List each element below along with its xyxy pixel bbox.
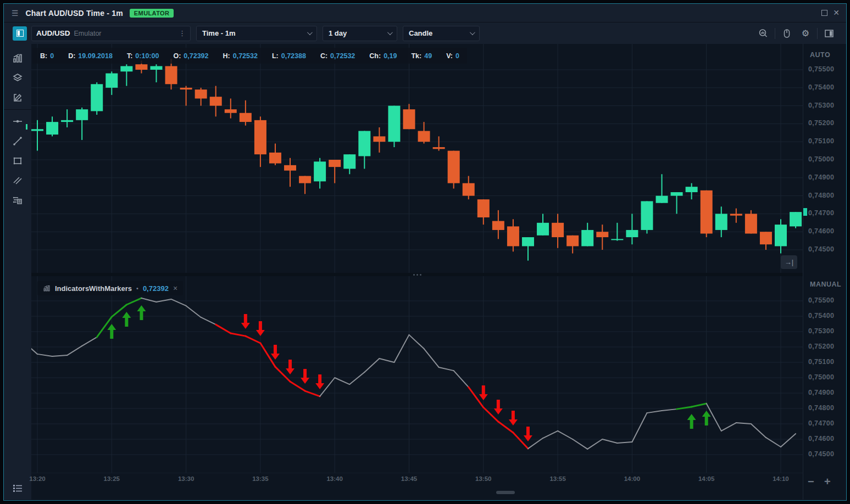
candle-body — [537, 223, 549, 236]
range-dropdown-label: 1 day — [329, 29, 347, 37]
indicator-line-segment — [335, 378, 349, 384]
indicator-line-segment — [498, 422, 513, 433]
chart-search-icon[interactable] — [756, 26, 770, 41]
symbol-selector[interactable]: AUD/USD Emulator ⋮ — [31, 26, 191, 41]
time-tick-label: 14:05 — [695, 475, 719, 482]
upper-axis-mode[interactable]: AUTO — [810, 51, 830, 59]
indicator-line-segment — [201, 317, 216, 324]
draw-edit-icon[interactable] — [4, 88, 31, 108]
settings-gear-icon[interactable]: ⚙ — [798, 26, 813, 41]
toolbar-separator — [817, 28, 818, 39]
candle-body — [566, 236, 579, 247]
indicator-line-segment — [320, 378, 335, 396]
ohlc-info-item: H:0,72532 — [223, 52, 258, 60]
zoom-out-button[interactable]: − — [808, 475, 814, 488]
app-screen: ☰ Chart AUD/USD Time - 1m EMULATOR ✕ AUD… — [0, 0, 850, 504]
maximize-icon[interactable] — [821, 10, 827, 16]
ohlc-info-item: L:0,72388 — [272, 52, 306, 60]
kebab-icon[interactable]: ⋮ — [179, 29, 186, 37]
time-tick-label: 14:10 — [769, 475, 793, 482]
indicators-icon[interactable] — [4, 48, 31, 68]
candle-body — [581, 230, 593, 247]
lower-axis-mode[interactable]: MANUAL — [810, 281, 841, 288]
candle-body — [448, 151, 460, 183]
buy-marker-arrow-icon — [687, 414, 696, 429]
time-tick-label: 14:00 — [620, 475, 644, 482]
candle-body — [656, 196, 668, 203]
price-tick-label: 0,75500 — [808, 65, 834, 73]
menu-icon[interactable]: ☰ — [12, 9, 19, 18]
candle-body — [343, 154, 355, 169]
candle-body — [225, 109, 237, 113]
close-icon[interactable]: ✕ — [833, 10, 840, 16]
price-tick-label: 0,75500 — [808, 296, 834, 304]
candle-body — [403, 109, 415, 129]
indicator-line-segment — [31, 341, 37, 354]
candle-body — [641, 201, 653, 229]
indicator-line-segment — [781, 434, 796, 447]
candle-body — [105, 74, 118, 88]
sell-marker-arrow-icon — [286, 360, 295, 374]
indicator-close-icon[interactable]: × — [173, 284, 177, 293]
price-tick-label: 0,74700 — [808, 209, 834, 217]
ohlc-info-item: O:0,72392 — [173, 52, 208, 60]
indicator-header: IndicatorsWithMarkers • 0,72392 × — [37, 281, 183, 295]
object-list-icon[interactable] — [4, 480, 31, 496]
layers-icon[interactable] — [4, 68, 31, 88]
zoom-in-button[interactable]: + — [824, 475, 831, 488]
candle-body — [299, 176, 311, 183]
ohlc-info-item: C:0,72532 — [320, 52, 355, 60]
rectangle-tool-icon[interactable] — [4, 151, 31, 171]
price-tick-label: 0,74700 — [808, 419, 834, 427]
indicator-line-segment — [290, 382, 305, 391]
go-to-end-button[interactable]: →| — [781, 255, 797, 269]
time-tick-label: 13:25 — [99, 475, 124, 482]
indicator-line-segment — [126, 298, 141, 305]
active-panel-button[interactable] — [13, 26, 27, 41]
panel-layout-icon[interactable] — [822, 26, 836, 41]
candle-body — [61, 120, 73, 122]
price-tick-label: 0,75200 — [808, 119, 834, 127]
channel-tool-icon[interactable] — [4, 171, 31, 191]
symbol-feed: Emulator — [74, 30, 102, 37]
indicator-line-segment — [528, 438, 543, 449]
indicator-line-segment — [439, 367, 454, 371]
candle-body — [418, 131, 430, 142]
candle-body — [373, 136, 385, 142]
emulator-badge: EMULATOR — [130, 9, 174, 18]
price-tick-label: 0,75200 — [808, 343, 834, 350]
indicator-line-segment — [707, 404, 721, 431]
indicator-name[interactable]: IndicatorsWithMarkers — [55, 284, 132, 293]
candlestick-chart-panel[interactable] — [31, 44, 803, 273]
time-axis[interactable]: 13:2013:2513:3013:3513:4013:4513:5013:55… — [31, 473, 803, 484]
chevron-down-icon — [387, 30, 393, 35]
candle-body — [492, 221, 504, 230]
indicator-line-segment — [751, 424, 766, 438]
ohlc-info-item: V:0 — [446, 52, 459, 60]
range-dropdown[interactable]: 1 day — [323, 26, 397, 41]
candle-body — [686, 187, 698, 192]
price-tick-label: 0,74800 — [808, 404, 834, 412]
indicator-line-segment — [602, 439, 617, 443]
aggregation-dropdown[interactable]: Time - 1m — [196, 26, 317, 41]
mouse-mode-icon[interactable] — [780, 26, 794, 41]
indicator-line-segment — [647, 411, 662, 413]
candle-body — [507, 226, 519, 246]
trend-line-tool-icon[interactable] — [4, 131, 31, 151]
indicator-chart-panel[interactable] — [31, 276, 803, 473]
candle-body — [626, 230, 638, 237]
candle-body — [329, 160, 341, 167]
indicator-line-segment — [587, 439, 602, 449]
horizontal-scrollbar-thumb[interactable] — [496, 491, 515, 494]
time-tick-label: 13:20 — [25, 475, 49, 482]
indicator-line-segment — [364, 359, 379, 372]
candle-body — [150, 66, 162, 70]
candle-body — [388, 106, 400, 142]
candle-body — [165, 66, 177, 84]
price-axis[interactable]: AUTO 0,755000,754000,753000,752000,75100… — [803, 44, 846, 500]
candle-body — [790, 212, 802, 226]
patterns-tool-icon[interactable] — [4, 191, 31, 210]
ohlc-info-bar: B:0D:19.09.2018T:0:10:00O:0,72392H:0,725… — [32, 48, 467, 64]
chart-style-dropdown[interactable]: Candle — [403, 26, 480, 41]
indicator-line-segment — [394, 335, 409, 362]
